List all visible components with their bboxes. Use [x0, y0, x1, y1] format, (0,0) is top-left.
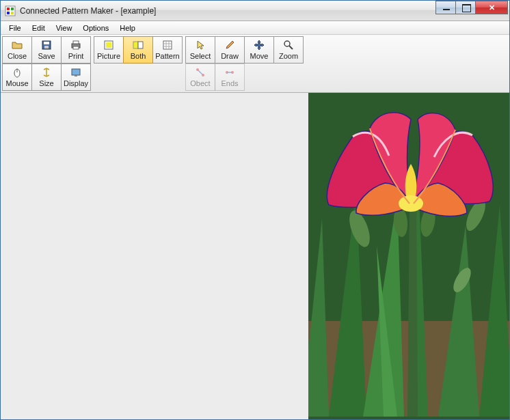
picture-view-button[interactable]: Picture [94, 36, 124, 64]
toolbar: Close Save Print Picture Both [1, 35, 509, 93]
svg-rect-3 [7, 12, 10, 14]
svg-point-35 [399, 195, 423, 212]
cursor-select-icon [195, 40, 206, 51]
both-icon [133, 40, 144, 51]
menu-file[interactable]: File [3, 23, 27, 33]
draw-tool-button[interactable]: Draw [215, 36, 245, 64]
svg-rect-12 [106, 42, 111, 48]
close-button[interactable]: Close [2, 36, 32, 64]
svg-rect-1 [7, 8, 10, 10]
svg-rect-4 [11, 12, 14, 14]
window-controls [436, 1, 508, 14]
pattern-icon [162, 40, 173, 51]
menu-options[interactable]: Options [77, 23, 114, 33]
svg-rect-14 [138, 42, 143, 48]
printer-icon [70, 40, 81, 51]
toolbar-row-1: Close Save Print Picture Both [2, 36, 508, 64]
select-tool-button[interactable]: Select [185, 36, 215, 64]
display-button[interactable]: Display [61, 64, 91, 91]
svg-rect-9 [73, 41, 79, 44]
zoom-tool-button[interactable]: Zoom [273, 36, 304, 64]
svg-rect-20 [72, 69, 80, 75]
magnifier-icon [283, 40, 294, 51]
flower-image [308, 93, 509, 419]
floppy-icon [41, 40, 52, 51]
toolbar-row-2: Mouse Size Display Obect [2, 64, 508, 91]
mouse-mode-button[interactable]: Mouse [2, 64, 32, 91]
move-icon [254, 40, 265, 51]
pencil-icon [224, 40, 235, 51]
folder-open-icon [12, 40, 23, 51]
both-view-button[interactable]: Both [123, 36, 153, 64]
svg-line-17 [289, 46, 293, 49]
move-tool-button[interactable]: Move [244, 36, 274, 64]
print-button[interactable]: Print [61, 36, 91, 64]
svg-point-16 [284, 41, 290, 46]
pattern-view-button[interactable]: Pattern [152, 36, 183, 64]
picture-pane[interactable] [308, 93, 509, 419]
app-icon [5, 5, 16, 16]
menu-help[interactable]: Help [114, 23, 141, 33]
svg-rect-7 [44, 46, 49, 48]
size-button[interactable]: Size [31, 64, 62, 91]
menu-view[interactable]: View [51, 23, 78, 33]
ends-button: Ends [215, 64, 245, 91]
menubar: File Edit View Options Help [1, 21, 509, 35]
app-window: Connected Pattern Maker - [example] File… [0, 0, 510, 420]
maximize-button[interactable] [455, 1, 476, 14]
close-window-button[interactable] [475, 1, 508, 14]
titlebar: Connected Pattern Maker - [example] [1, 1, 509, 21]
minimize-button[interactable] [435, 1, 456, 14]
ends-icon [224, 67, 235, 78]
object-button: Obect [185, 64, 215, 91]
save-button[interactable]: Save [31, 36, 62, 64]
svg-rect-21 [75, 75, 77, 76]
svg-rect-2 [11, 8, 14, 10]
svg-line-24 [198, 70, 202, 74]
mouse-icon [12, 67, 23, 78]
size-icon [41, 67, 52, 78]
display-icon [70, 67, 81, 78]
content-area [1, 93, 509, 419]
svg-rect-10 [73, 46, 79, 49]
svg-rect-6 [44, 42, 49, 44]
svg-rect-13 [133, 42, 138, 48]
menu-edit[interactable]: Edit [27, 23, 51, 33]
svg-rect-15 [163, 41, 172, 49]
picture-icon [103, 40, 114, 51]
object-icon [195, 67, 206, 78]
